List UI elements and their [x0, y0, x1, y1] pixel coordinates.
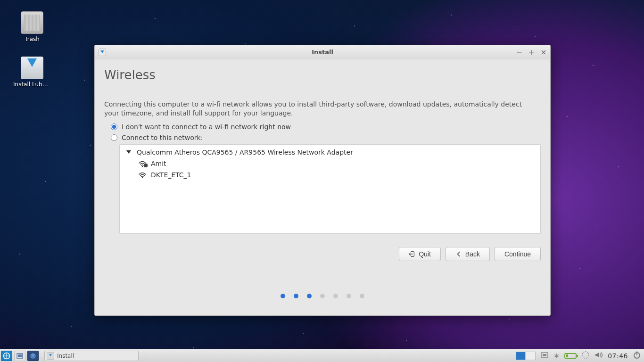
svg-point-1 — [142, 177, 143, 178]
trash-icon — [21, 11, 43, 34]
close-button[interactable]: × — [540, 49, 547, 56]
quit-label: Quit — [419, 250, 431, 258]
adapter-name: Qualcomm Atheros QCA9565 / AR9565 Wirele… — [137, 148, 353, 156]
chevron-left-icon — [455, 251, 462, 257]
start-menu-button[interactable] — [1, 351, 12, 361]
ssid-label: Amit — [151, 160, 166, 167]
ssid-label: DKTE_ETC_1 — [151, 171, 191, 179]
quit-button[interactable]: Quit — [399, 247, 441, 261]
progress-dot — [294, 294, 298, 298]
clock[interactable]: 07:46 — [608, 352, 628, 360]
workspace-pager[interactable] — [516, 352, 536, 360]
updates-icon[interactable] — [581, 351, 590, 361]
task-app-icon — [47, 352, 54, 360]
back-label: Back — [465, 250, 480, 258]
maximize-button[interactable]: + — [528, 49, 535, 56]
trash-label: Trash — [13, 36, 51, 42]
desktop-icon-installer[interactable]: Install Lubuntu 18.... — [13, 57, 51, 88]
progress-dot — [347, 294, 351, 298]
progress-dot — [360, 294, 364, 298]
installer-icon — [21, 57, 43, 79]
back-button[interactable]: Back — [446, 247, 490, 261]
network-item[interactable]: Amit — [121, 158, 539, 169]
radio-connect-input[interactable] — [111, 134, 117, 141]
network-list[interactable]: Qualcomm Atheros QCA9565 / AR9565 Wirele… — [119, 144, 541, 234]
radio-no-connect-label: I don't want to connect to a wi-fi netwo… — [122, 123, 291, 131]
progress-dot — [281, 294, 285, 298]
battery-icon[interactable] — [564, 353, 577, 359]
taskbar-app-install[interactable]: Install — [44, 351, 139, 361]
install-window: Install − + × Wireless Connecting this c… — [94, 45, 551, 316]
installer-label: Install Lubuntu 18.... — [13, 81, 51, 88]
network-adapter-row[interactable]: Qualcomm Atheros QCA9565 / AR9565 Wirele… — [121, 147, 539, 158]
network-item[interactable]: DKTE_ETC_1 — [121, 169, 539, 181]
bluetooth-icon[interactable]: ∗ — [553, 351, 560, 360]
titlebar[interactable]: Install − + × — [95, 45, 550, 59]
lock-icon — [144, 164, 148, 167]
quit-icon — [409, 251, 415, 257]
svg-rect-4 — [18, 354, 22, 357]
file-manager-button[interactable] — [14, 351, 25, 361]
page-description: Connecting this computer to a wi-fi netw… — [104, 100, 528, 118]
progress-dots — [104, 294, 541, 298]
continue-button[interactable]: Continue — [495, 247, 541, 261]
system-tray: ∗ 07:46 — [516, 351, 641, 361]
minimize-button[interactable]: − — [515, 49, 523, 56]
radio-no-connect[interactable]: I don't want to connect to a wi-fi netwo… — [104, 122, 541, 132]
window-title: Install — [95, 49, 550, 56]
chevron-down-icon — [126, 150, 131, 154]
svg-point-0 — [142, 166, 143, 167]
radio-connect-label: Connect to this network: — [122, 134, 203, 141]
power-icon[interactable] — [633, 351, 641, 361]
volume-icon[interactable] — [594, 351, 603, 361]
svg-point-8 — [582, 352, 589, 358]
svg-rect-7 — [543, 354, 546, 356]
task-app-label: Install — [57, 353, 74, 359]
network-tray-icon[interactable] — [540, 351, 549, 361]
wifi-icon — [139, 172, 146, 178]
continue-label: Continue — [504, 250, 531, 258]
progress-dot — [320, 294, 325, 298]
radio-connect[interactable]: Connect to this network: — [104, 132, 541, 143]
browser-button[interactable] — [27, 351, 39, 361]
progress-dot — [333, 294, 338, 298]
desktop-icon-trash[interactable]: Trash — [13, 11, 51, 42]
progress-dot — [307, 294, 312, 298]
radio-no-connect-input[interactable] — [111, 123, 117, 130]
wifi-icon — [139, 161, 146, 166]
page-title: Wireless — [104, 68, 541, 82]
taskbar: Install ∗ 07:46 — [0, 349, 644, 362]
